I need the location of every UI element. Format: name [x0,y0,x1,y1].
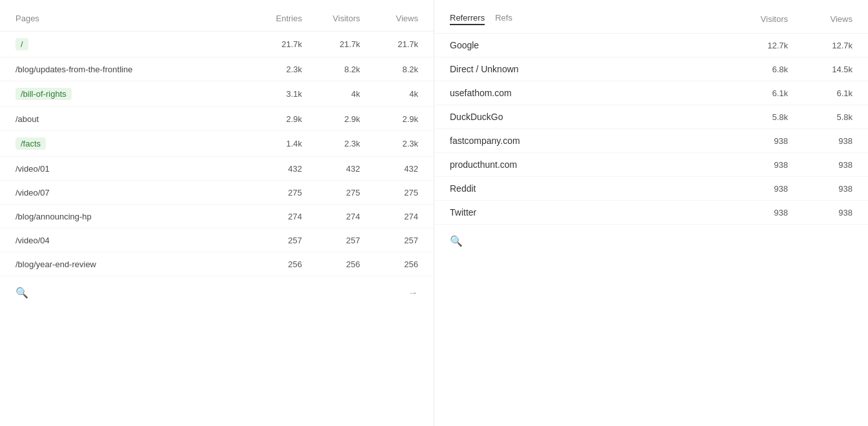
page-label: /video/01 [15,163,244,174]
page-label: /facts [15,137,244,150]
page-visitors: 256 [302,259,360,269]
ref-views: 5.8k [788,112,853,122]
page-entries: 21.7k [244,39,302,49]
ref-row[interactable]: Google 12.7k 12.7k [434,34,868,57]
page-views: 432 [360,164,418,174]
page-nums: 256 256 256 [244,259,418,269]
page-entries: 274 [244,212,302,221]
page-text: /blog/announcing-hp [15,212,92,221]
page-entries: 3.1k [244,89,302,99]
page-views: 274 [360,212,418,221]
page-text: /about [15,114,39,124]
ref-row[interactable]: DuckDuckGo 5.8k 5.8k [434,105,868,129]
ref-label: Direct / Unknown [450,64,723,74]
ref-row[interactable]: producthunt.com 938 938 [434,153,868,177]
page-text: /blog/updates-from-the-frontline [15,65,132,74]
ref-pill: DuckDuckGo [450,112,503,122]
ref-label: usefathom.com [450,88,723,98]
referrers-tab[interactable]: Refs [495,13,512,25]
ref-nums: 938 938 [723,184,853,194]
page-nums: 275 275 275 [244,188,418,198]
ref-label: fastcompany.com [450,136,723,146]
ref-text: producthunt.com [450,159,517,170]
ref-text: Twitter [450,207,476,218]
page-visitors: 257 [302,236,360,245]
page-label: /blog/year-end-review [15,259,244,269]
referrers-panel-header: ReferrersRefs Visitors Views [434,13,868,34]
table-row[interactable]: /about 2.9k 2.9k 2.9k [0,107,434,131]
main-container: Pages Entries Visitors Views / 21.7k 21.… [0,0,868,426]
ref-nums: 6.8k 14.5k [723,65,853,74]
page-views: 8.2k [360,65,418,74]
page-entries: 256 [244,259,302,269]
ref-row[interactable]: Direct / Unknown 6.8k 14.5k [434,57,868,81]
ref-row[interactable]: usefathom.com 6.1k 6.1k [434,81,868,105]
ref-visitors: 938 [723,136,788,146]
page-text: /blog/year-end-review [15,259,96,269]
ref-nums: 938 938 [723,136,853,146]
ref-row[interactable]: fastcompany.com 938 938 [434,129,868,153]
referrers-footer: 🔍 [434,225,868,258]
table-row[interactable]: /video/07 275 275 275 [0,181,434,205]
ref-row[interactable]: Twitter 938 938 [434,201,868,225]
ref-nums: 5.8k 5.8k [723,112,853,122]
table-row[interactable]: /blog/announcing-hp 274 274 274 [0,205,434,228]
table-row[interactable]: /facts 1.4k 2.3k 2.3k [0,131,434,157]
pages-col-header: Pages [15,13,244,23]
page-visitors: 275 [302,188,360,198]
ref-views: 938 [788,208,853,218]
page-views: 275 [360,188,418,198]
ref-nums: 6.1k 6.1k [723,88,853,98]
ref-search-icon[interactable]: 🔍 [450,235,463,247]
ref-visitors: 938 [723,160,788,170]
table-row[interactable]: /video/01 432 432 432 [0,157,434,181]
page-nums: 1.4k 2.3k 2.3k [244,139,418,148]
ref-nums: 938 938 [723,160,853,170]
ref-nums: 938 938 [723,208,853,218]
ref-text: Reddit [450,183,476,194]
page-visitors: 2.9k [302,114,360,124]
ref-visitors-col-header: Visitors [723,14,788,24]
page-nums: 257 257 257 [244,236,418,245]
ref-visitors: 938 [723,184,788,194]
referrers-panel: ReferrersRefs Visitors Views Google 12.7… [434,0,868,426]
table-row[interactable]: /blog/year-end-review 256 256 256 [0,252,434,276]
ref-visitors: 6.8k [723,65,788,74]
table-row[interactable]: /blog/updates-from-the-frontline 2.3k 8.… [0,57,434,81]
table-row[interactable]: / 21.7k 21.7k 21.7k [0,32,434,57]
ref-visitors: 938 [723,208,788,218]
table-row[interactable]: /bill-of-rights 3.1k 4k 4k [0,81,434,107]
pages-search-icon[interactable]: 🔍 [15,287,28,299]
ref-views: 938 [788,184,853,194]
ref-nums: 12.7k 12.7k [723,41,853,50]
referrers-num-headers: Visitors Views [723,14,853,24]
page-visitors: 21.7k [302,39,360,49]
pages-footer: 🔍 → [0,276,434,309]
pages-arrow-icon[interactable]: → [408,287,418,299]
page-nums: 2.9k 2.9k 2.9k [244,114,418,124]
page-pill: /facts [15,137,46,150]
page-label: /blog/updates-from-the-frontline [15,64,244,74]
ref-label: producthunt.com [450,159,723,170]
ref-visitors: 6.1k [723,88,788,98]
referrers-table: Google 12.7k 12.7k Direct / Unknown 6.8k… [434,34,868,225]
page-label: /bill-of-rights [15,88,244,100]
page-label: /about [15,114,244,124]
ref-views-col-header: Views [788,14,853,24]
referrers-tab[interactable]: Referrers [450,13,485,25]
ref-row[interactable]: Reddit 938 938 [434,177,868,201]
pages-num-headers: Entries Visitors Views [244,14,418,23]
entries-col-header: Entries [244,14,302,23]
page-text: /video/01 [15,164,50,174]
ref-pill: Google [450,40,479,50]
page-visitors: 8.2k [302,65,360,74]
page-entries: 2.9k [244,114,302,124]
page-entries: 257 [244,236,302,245]
ref-visitors: 12.7k [723,41,788,50]
table-row[interactable]: /video/04 257 257 257 [0,228,434,252]
page-visitors: 2.3k [302,139,360,148]
page-views: 4k [360,89,418,99]
page-label: /video/07 [15,187,244,198]
page-views: 257 [360,236,418,245]
page-pill: / [15,38,28,50]
